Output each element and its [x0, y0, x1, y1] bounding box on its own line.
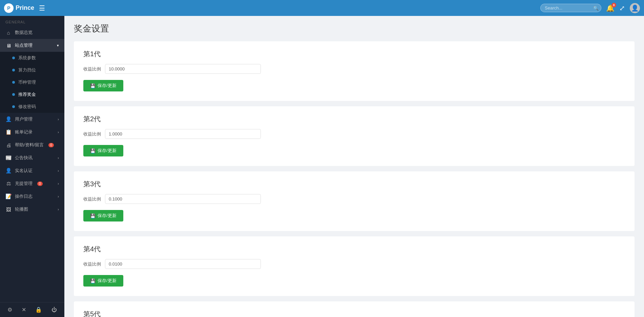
chevron-right-icon: › [58, 130, 59, 134]
chevron-right-icon: › [58, 207, 59, 211]
field-label-gen4: 收益比例 [83, 261, 101, 267]
chevron-right-icon: › [58, 156, 59, 160]
search-wrap: 🔍 [540, 4, 601, 12]
sidebar-item-carousel[interactable]: 🖼 轮播图 › [0, 203, 64, 216]
generation-block-gen3: 第3代 收益比例 💾 保存/更新 [74, 171, 635, 231]
expand-button[interactable]: ⤢ [619, 4, 625, 12]
sidebar-item-label: 站点管理 [15, 42, 33, 48]
navbar: P Prince ☰ 🔍 🔔 0 ⤢ 👤 [0, 0, 644, 16]
recharge-badge: 0 [37, 182, 43, 186]
save-icon-gen1: 💾 [90, 83, 96, 88]
sidebar: GENERAL ⌂ 数据总览 🖥 站点管理 ▾ 系统参数 算力挡位 币种管理 [0, 16, 64, 317]
content-area: 第1代 收益比例 💾 保存/更新 第2代 收益比例 💾 保存/更新 第3代 收益… [64, 38, 644, 317]
brand-icon: P [4, 3, 14, 13]
sub-item-label: 币种管理 [18, 79, 36, 85]
sidebar-item-overview[interactable]: ⌂ 数据总览 [0, 26, 64, 39]
field-row-gen3: 收益比例 [83, 194, 625, 204]
lock-icon[interactable]: 🔒 [35, 307, 42, 313]
sidebar-sub-sys-params[interactable]: 系统参数 [0, 52, 64, 64]
save-icon-gen3: 💾 [90, 213, 96, 218]
gen-title-gen1: 第1代 [83, 49, 625, 59]
dot-icon [12, 69, 15, 71]
page-title: 奖金设置 [74, 23, 635, 35]
field-row-gen1: 收益比例 [83, 64, 625, 74]
sidebar-item-label: 帮助/资料/留言 [15, 142, 44, 148]
log-icon: 📝 [5, 193, 12, 199]
chevron-right-icon: › [58, 169, 59, 173]
navbar-right: 🔍 🔔 0 ⤢ 👤 [540, 3, 640, 13]
field-input-gen1[interactable] [105, 64, 261, 74]
field-input-gen2[interactable] [105, 129, 261, 139]
sidebar-item-site-management[interactable]: 🖥 站点管理 ▾ [0, 39, 64, 52]
recharge-icon: ⚖ [5, 181, 12, 187]
sidebar-sub-currency[interactable]: 币种管理 [0, 76, 64, 88]
sidebar-item-label: 用户管理 [15, 116, 33, 122]
power-icon[interactable]: ⏻ [51, 307, 57, 313]
sidebar-item-label: 轮播图 [15, 206, 28, 212]
save-button-gen1[interactable]: 💾 保存/更新 [83, 80, 123, 91]
bill-icon: 📋 [5, 129, 12, 135]
chevron-down-icon: ▾ [57, 43, 59, 48]
sub-item-label: 修改密码 [18, 104, 36, 110]
dot-icon [12, 81, 15, 84]
sidebar-sub-referral-bonus[interactable]: 推荐奖金 [0, 88, 64, 101]
help-icon: 🖨 [5, 142, 12, 148]
chevron-right-icon: › [58, 182, 59, 186]
user-icon: 👤 [5, 116, 12, 122]
avatar[interactable]: 👤 [630, 3, 640, 13]
sidebar-sub-change-password[interactable]: 修改密码 [0, 101, 64, 113]
save-label-gen2: 保存/更新 [98, 148, 117, 154]
search-input[interactable] [540, 4, 601, 12]
settings-icon[interactable]: ⚙ [7, 307, 12, 313]
sidebar-item-kyc[interactable]: 👤 实名认证 › [0, 164, 64, 177]
field-input-gen4[interactable] [105, 259, 261, 269]
sidebar-item-user-mgmt[interactable]: 👤 用户管理 › [0, 113, 64, 126]
save-label-gen1: 保存/更新 [98, 83, 117, 89]
sidebar-item-label: 数据总览 [15, 29, 33, 36]
sidebar-item-label: 账单记录 [15, 129, 33, 135]
app-body: GENERAL ⌂ 数据总览 🖥 站点管理 ▾ 系统参数 算力挡位 币种管理 [0, 16, 644, 317]
brand: P Prince [4, 3, 34, 13]
field-label-gen1: 收益比例 [83, 66, 101, 72]
save-icon-gen4: 💾 [90, 278, 96, 283]
field-row-gen4: 收益比例 [83, 259, 625, 269]
generation-block-gen5: 第5代 收益比例 💾 保存/更新 [74, 301, 635, 317]
hamburger-icon[interactable]: ☰ [39, 4, 45, 12]
sidebar-item-operation-log[interactable]: 📝 操作日志 › [0, 190, 64, 203]
sidebar-item-announcements[interactable]: 📰 公告快讯 › [0, 151, 64, 164]
sidebar-submenu: 系统参数 算力挡位 币种管理 推荐奖金 修改密码 [0, 52, 64, 113]
sub-item-label: 系统参数 [18, 55, 36, 61]
dot-icon [12, 93, 15, 96]
chevron-right-icon: › [58, 194, 59, 198]
sidebar-footer: ⚙ ✕ 🔒 ⏻ [0, 302, 64, 317]
save-label-gen3: 保存/更新 [98, 213, 117, 219]
sidebar-item-recharge[interactable]: ⚖ 充提管理 0 › [0, 177, 64, 190]
kyc-icon: 👤 [5, 168, 12, 174]
page-header: 奖金设置 [64, 16, 644, 38]
home-icon: ⌂ [5, 30, 12, 36]
notification-button[interactable]: 🔔 0 [606, 4, 615, 12]
generation-block-gen4: 第4代 收益比例 💾 保存/更新 [74, 236, 635, 296]
close-icon[interactable]: ✕ [22, 307, 26, 313]
navbar-left: P Prince ☰ [4, 3, 45, 13]
field-label-gen2: 收益比例 [83, 131, 101, 137]
gen-title-gen3: 第3代 [83, 179, 625, 189]
save-button-gen3[interactable]: 💾 保存/更新 [83, 210, 123, 221]
sidebar-item-help[interactable]: 🖨 帮助/资料/留言 0 [0, 139, 64, 151]
main-content: 奖金设置 第1代 收益比例 💾 保存/更新 第2代 收益比例 💾 保存/更新 第… [64, 16, 644, 317]
sub-item-label: 推荐奖金 [18, 91, 36, 98]
monitor-icon: 🖥 [5, 43, 12, 48]
dot-icon [12, 105, 15, 108]
brand-name: Prince [16, 4, 34, 12]
sidebar-sub-hashrate[interactable]: 算力挡位 [0, 64, 64, 76]
search-icon[interactable]: 🔍 [593, 5, 599, 10]
sidebar-item-orders[interactable]: 📋 账单记录 › [0, 126, 64, 139]
save-button-gen2[interactable]: 💾 保存/更新 [83, 145, 123, 156]
sidebar-item-label: 充提管理 [15, 181, 33, 187]
field-input-gen3[interactable] [105, 194, 261, 204]
news-icon: 📰 [5, 155, 12, 161]
generation-block-gen1: 第1代 收益比例 💾 保存/更新 [74, 41, 635, 101]
help-badge: 0 [48, 143, 54, 147]
save-button-gen4[interactable]: 💾 保存/更新 [83, 275, 123, 287]
gen-title-gen4: 第4代 [83, 245, 625, 254]
